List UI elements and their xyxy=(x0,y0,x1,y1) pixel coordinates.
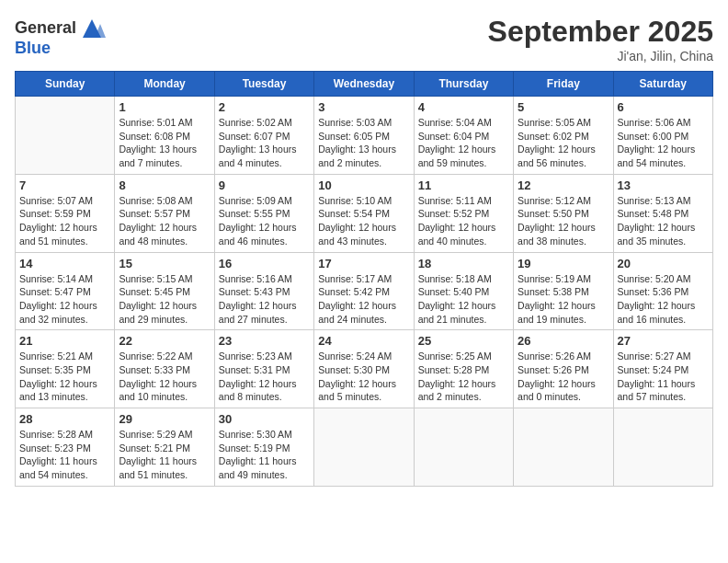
day-number: 12 xyxy=(518,178,609,192)
calendar-day-cell: 5Sunrise: 5:05 AMSunset: 6:02 PMDaylight… xyxy=(514,97,613,175)
calendar-day-cell: 6Sunrise: 5:06 AMSunset: 6:00 PMDaylight… xyxy=(613,97,712,175)
weekday-header-cell: Friday xyxy=(514,72,613,97)
day-number: 5 xyxy=(518,100,609,114)
logo-blue: Blue xyxy=(15,39,51,57)
calendar-week-row: 1Sunrise: 5:01 AMSunset: 6:08 PMDaylight… xyxy=(16,97,713,175)
day-number: 19 xyxy=(518,257,609,270)
day-info: Sunrise: 5:24 AMSunset: 5:30 PMDaylight:… xyxy=(318,350,409,404)
day-info: Sunrise: 5:01 AMSunset: 6:08 PMDaylight:… xyxy=(119,116,210,170)
day-number: 14 xyxy=(19,257,110,270)
weekday-header-row: SundayMondayTuesdayWednesdayThursdayFrid… xyxy=(16,72,713,97)
calendar-day-cell: 30Sunrise: 5:30 AMSunset: 5:19 PMDayligh… xyxy=(214,408,313,487)
day-info: Sunrise: 5:27 AMSunset: 5:24 PMDaylight:… xyxy=(618,350,709,404)
day-number: 11 xyxy=(418,178,509,192)
calendar-day-cell: 29Sunrise: 5:29 AMSunset: 5:21 PMDayligh… xyxy=(115,408,214,487)
day-info: Sunrise: 5:23 AMSunset: 5:31 PMDaylight:… xyxy=(219,350,310,404)
day-number: 22 xyxy=(119,334,210,348)
logo: General Blue xyxy=(15,15,108,59)
calendar-day-cell: 2Sunrise: 5:02 AMSunset: 6:07 PMDaylight… xyxy=(214,97,313,175)
day-number: 29 xyxy=(119,412,210,426)
calendar-day-cell: 28Sunrise: 5:28 AMSunset: 5:23 PMDayligh… xyxy=(16,408,115,487)
day-info: Sunrise: 5:04 AMSunset: 6:04 PMDaylight:… xyxy=(418,116,509,170)
day-info: Sunrise: 5:12 AMSunset: 5:50 PMDaylight:… xyxy=(518,194,609,248)
day-info: Sunrise: 5:26 AMSunset: 5:26 PMDaylight:… xyxy=(518,350,609,404)
logo-general: General xyxy=(15,18,76,37)
day-info: Sunrise: 5:08 AMSunset: 5:57 PMDaylight:… xyxy=(119,194,210,248)
location-subtitle: Ji'an, Jilin, China xyxy=(488,49,713,63)
calendar-day-cell: 25Sunrise: 5:25 AMSunset: 5:28 PMDayligh… xyxy=(414,330,513,408)
day-info: Sunrise: 5:14 AMSunset: 5:47 PMDaylight:… xyxy=(19,272,110,327)
calendar-day-cell: 9Sunrise: 5:09 AMSunset: 5:55 PMDaylight… xyxy=(214,174,313,252)
weekday-header-cell: Tuesday xyxy=(214,72,313,97)
calendar-day-cell xyxy=(514,408,613,487)
weekday-header-cell: Saturday xyxy=(613,72,712,97)
day-number: 26 xyxy=(518,334,609,348)
calendar-day-cell: 15Sunrise: 5:15 AMSunset: 5:45 PMDayligh… xyxy=(115,252,214,330)
calendar-day-cell: 11Sunrise: 5:11 AMSunset: 5:52 PMDayligh… xyxy=(414,174,513,252)
day-number: 2 xyxy=(219,100,310,114)
day-number: 24 xyxy=(318,334,409,348)
day-number: 20 xyxy=(618,257,709,270)
day-number: 3 xyxy=(318,100,409,114)
calendar-table: SundayMondayTuesdayWednesdayThursdayFrid… xyxy=(15,71,713,487)
calendar-day-cell xyxy=(16,97,115,175)
calendar-week-row: 28Sunrise: 5:28 AMSunset: 5:23 PMDayligh… xyxy=(16,408,713,487)
day-number: 4 xyxy=(418,100,509,114)
calendar-day-cell: 18Sunrise: 5:18 AMSunset: 5:40 PMDayligh… xyxy=(414,252,513,330)
day-info: Sunrise: 5:22 AMSunset: 5:33 PMDaylight:… xyxy=(119,350,210,404)
day-number: 17 xyxy=(318,257,409,270)
weekday-header-cell: Sunday xyxy=(16,72,115,97)
calendar-day-cell: 26Sunrise: 5:26 AMSunset: 5:26 PMDayligh… xyxy=(514,330,613,408)
calendar-day-cell xyxy=(414,408,513,487)
day-info: Sunrise: 5:19 AMSunset: 5:38 PMDaylight:… xyxy=(518,272,609,327)
day-info: Sunrise: 5:07 AMSunset: 5:59 PMDaylight:… xyxy=(19,194,110,248)
calendar-week-row: 21Sunrise: 5:21 AMSunset: 5:35 PMDayligh… xyxy=(16,330,713,408)
month-title: September 2025 xyxy=(488,15,713,49)
calendar-day-cell: 4Sunrise: 5:04 AMSunset: 6:04 PMDaylight… xyxy=(414,97,513,175)
calendar-day-cell xyxy=(613,408,712,487)
day-number: 1 xyxy=(119,100,210,114)
day-info: Sunrise: 5:05 AMSunset: 6:02 PMDaylight:… xyxy=(518,116,609,170)
day-info: Sunrise: 5:28 AMSunset: 5:23 PMDaylight:… xyxy=(19,428,110,482)
day-number: 28 xyxy=(19,412,110,426)
day-number: 30 xyxy=(219,412,310,426)
day-number: 10 xyxy=(318,178,409,192)
weekday-header-cell: Wednesday xyxy=(314,72,414,97)
calendar-week-row: 7Sunrise: 5:07 AMSunset: 5:59 PMDaylight… xyxy=(16,174,713,252)
day-number: 9 xyxy=(219,178,310,192)
day-number: 25 xyxy=(418,334,509,348)
calendar-day-cell: 21Sunrise: 5:21 AMSunset: 5:35 PMDayligh… xyxy=(16,330,115,408)
day-info: Sunrise: 5:10 AMSunset: 5:54 PMDaylight:… xyxy=(318,194,409,248)
calendar-day-cell: 10Sunrise: 5:10 AMSunset: 5:54 PMDayligh… xyxy=(314,174,414,252)
day-info: Sunrise: 5:20 AMSunset: 5:36 PMDaylight:… xyxy=(618,272,709,327)
day-number: 6 xyxy=(618,100,709,114)
title-block: September 2025 Ji'an, Jilin, China xyxy=(488,15,713,63)
day-number: 7 xyxy=(19,178,110,192)
weekday-header-cell: Monday xyxy=(115,72,214,97)
day-number: 15 xyxy=(119,257,210,270)
day-number: 23 xyxy=(219,334,310,348)
logo-icon xyxy=(78,15,106,42)
calendar-day-cell: 16Sunrise: 5:16 AMSunset: 5:43 PMDayligh… xyxy=(214,252,313,330)
calendar-day-cell: 19Sunrise: 5:19 AMSunset: 5:38 PMDayligh… xyxy=(514,252,613,330)
day-number: 13 xyxy=(618,178,709,192)
calendar-day-cell: 24Sunrise: 5:24 AMSunset: 5:30 PMDayligh… xyxy=(314,330,414,408)
day-info: Sunrise: 5:15 AMSunset: 5:45 PMDaylight:… xyxy=(119,272,210,327)
calendar-day-cell: 17Sunrise: 5:17 AMSunset: 5:42 PMDayligh… xyxy=(314,252,414,330)
day-number: 8 xyxy=(119,178,210,192)
calendar-day-cell: 13Sunrise: 5:13 AMSunset: 5:48 PMDayligh… xyxy=(613,174,712,252)
day-info: Sunrise: 5:03 AMSunset: 6:05 PMDaylight:… xyxy=(318,116,409,170)
day-info: Sunrise: 5:11 AMSunset: 5:52 PMDaylight:… xyxy=(418,194,509,248)
calendar-day-cell: 12Sunrise: 5:12 AMSunset: 5:50 PMDayligh… xyxy=(514,174,613,252)
page-header: General Blue September 2025 Ji'an, Jilin… xyxy=(15,15,713,63)
weekday-header-cell: Thursday xyxy=(414,72,513,97)
calendar-day-cell: 8Sunrise: 5:08 AMSunset: 5:57 PMDaylight… xyxy=(115,174,214,252)
day-info: Sunrise: 5:09 AMSunset: 5:55 PMDaylight:… xyxy=(219,194,310,248)
day-info: Sunrise: 5:21 AMSunset: 5:35 PMDaylight:… xyxy=(19,350,110,404)
day-number: 21 xyxy=(19,334,110,348)
calendar-day-cell: 14Sunrise: 5:14 AMSunset: 5:47 PMDayligh… xyxy=(16,252,115,330)
day-info: Sunrise: 5:25 AMSunset: 5:28 PMDaylight:… xyxy=(418,350,509,404)
day-info: Sunrise: 5:02 AMSunset: 6:07 PMDaylight:… xyxy=(219,116,310,170)
calendar-day-cell: 27Sunrise: 5:27 AMSunset: 5:24 PMDayligh… xyxy=(613,330,712,408)
day-number: 16 xyxy=(219,257,310,270)
